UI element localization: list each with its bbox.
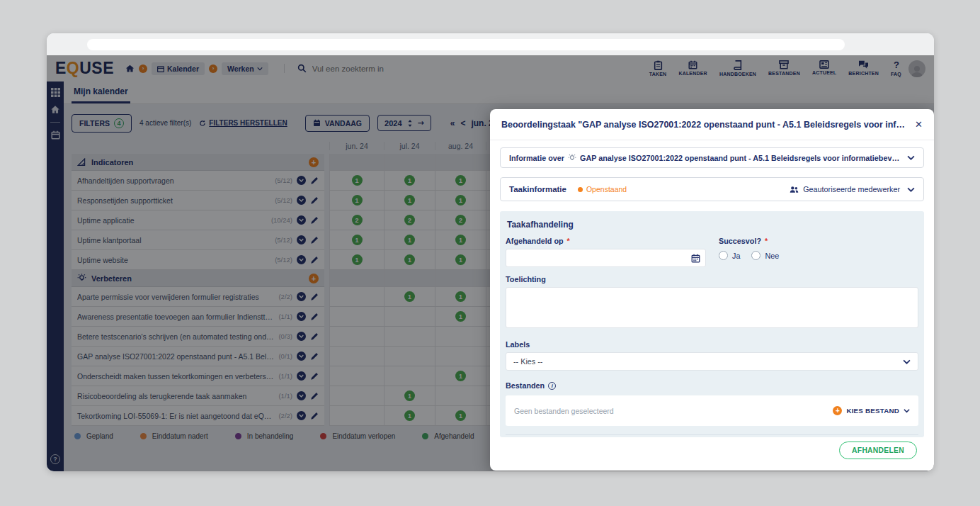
users-icon [790,186,799,193]
calendar-icon[interactable] [691,254,700,263]
task-info-accordion[interactable]: Taakinformatie Openstaand Geautoriseerde… [500,177,924,201]
date-input[interactable] [506,249,706,267]
files-empty-text: Geen bestanden geselecteerd [514,407,614,415]
note-field-label: Toelichting [506,275,918,283]
bulb-icon [568,154,576,162]
modal-header: Beoordelingstaak "GAP analyse ISO27001:2… [490,109,934,140]
chevron-down-icon [907,186,915,193]
labels-field-label: Labels [506,340,918,349]
close-icon[interactable]: ✕ [915,119,923,130]
note-textarea[interactable] [506,287,918,328]
plus-icon: + [833,406,842,415]
panel-footer: AFHANDELEN [506,434,918,459]
status-dot [578,187,583,192]
panel-title: Taakafhandeling [507,220,918,230]
chevron-down-icon [903,358,911,366]
assignee: Geautoriseerde medewerker [790,185,915,193]
radio-ja[interactable]: Ja [719,251,740,260]
afhandelen-button[interactable]: AFHANDELEN [839,442,917,459]
chevron-down-icon [907,154,915,162]
task-modal: Beoordelingstaak "GAP analyse ISO27001:2… [490,109,934,471]
choose-file-button[interactable]: + KIES BESTAND [833,406,910,415]
info-icon[interactable]: i [548,382,556,390]
success-field-label: Succesvol?* [719,237,779,245]
app-viewport: EQUSE › Kalender › Werken [47,55,934,471]
radio-circle [719,251,728,260]
browser-window: EQUSE › Kalender › Werken [47,33,934,471]
file-picker: Geen bestanden geselecteerd + KIES BESTA… [506,395,918,426]
chevron-down-icon [904,407,910,414]
status-badge: Openstaand [578,185,627,193]
browser-chrome [47,33,934,55]
radio-nee[interactable]: Nee [751,251,779,260]
date-field-label: Afgehandeld op* [506,237,706,245]
task-handling-panel: Taakafhandeling Afgehandeld op* [500,211,924,437]
modal-body: Informatie over GAP analyse ISO27001:202… [490,140,934,437]
labels-select[interactable]: -- Kies -- [506,352,918,371]
info-accordion[interactable]: Informatie over GAP analyse ISO27001:202… [500,147,924,168]
address-bar[interactable] [87,39,845,50]
files-field-label: Bestanden i [506,381,918,390]
radio-circle [751,251,760,260]
modal-title: Beoordelingstaak "GAP analyse ISO27001:2… [501,120,905,130]
